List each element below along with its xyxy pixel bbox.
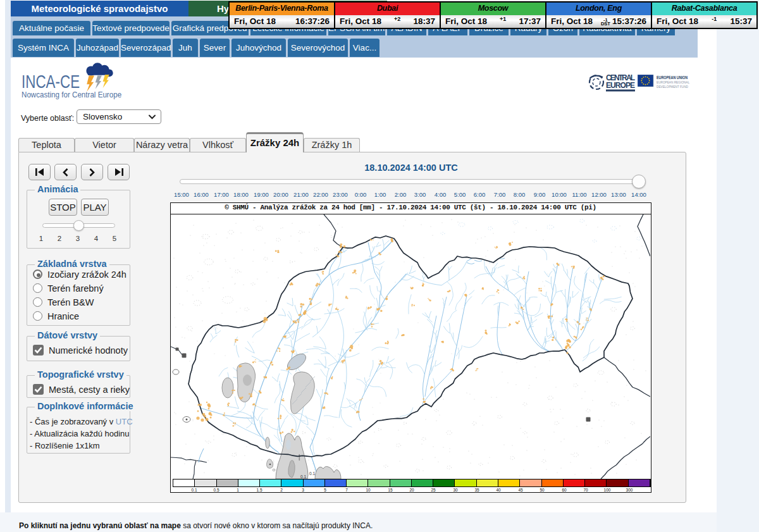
svg-text:DEVELOPMENT FUND: DEVELOPMENT FUND: [657, 85, 689, 89]
svg-text:EUROPEAN REGIONAL: EUROPEAN REGIONAL: [657, 80, 690, 84]
svg-text:0.1: 0.1: [309, 471, 315, 476]
svg-text:EUROPEAN UNION: EUROPEAN UNION: [657, 75, 688, 80]
svg-text:EUROPE: EUROPE: [606, 81, 635, 90]
svg-text:0.1: 0.1: [300, 474, 306, 479]
